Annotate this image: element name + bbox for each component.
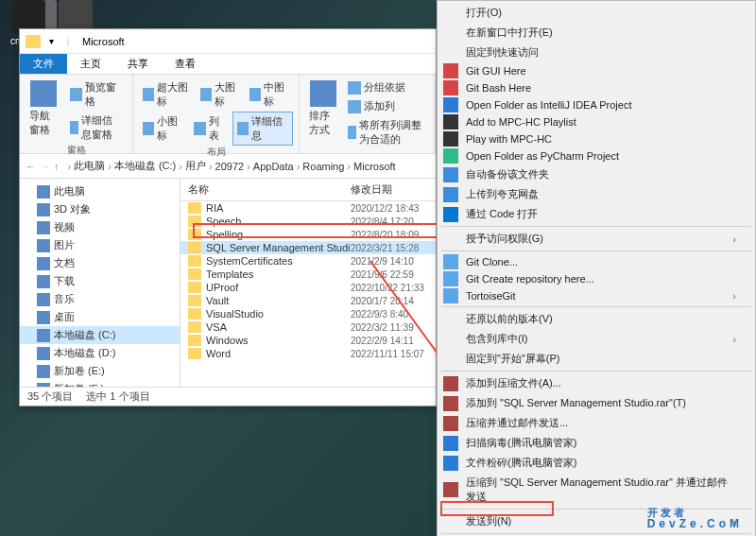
menu-item[interactable]: 添加到压缩文件(A)... [438, 373, 755, 393]
drive-icon [37, 257, 50, 270]
folder-icon [188, 255, 201, 267]
table-row[interactable]: Windows2022/2/9 14:11 [180, 334, 436, 347]
sidebar-item[interactable]: 本地磁盘 (D:) [20, 344, 180, 362]
menu-item[interactable]: Add to MPC-HC Playlist [438, 113, 755, 130]
groupby-button[interactable]: 分组依据 [344, 78, 429, 96]
menu-item[interactable]: Git GUI Here [438, 62, 755, 79]
tab-home[interactable]: 主页 [67, 54, 114, 74]
menu-item[interactable]: 上传到夸克网盘 [438, 184, 755, 204]
small-icons-button[interactable]: 小图标 [139, 112, 188, 146]
explorer-window: ▾ | Microsoft 文件 主页 共享 查看 导航窗格 预览窗格 详细信息… [19, 28, 437, 406]
sidebar-item[interactable]: 本地磁盘 (C:) [20, 326, 180, 344]
sidebar-item[interactable]: 下载 [20, 272, 180, 290]
drive-icon [37, 239, 50, 252]
xlarge-icons-button[interactable]: 超大图标 [139, 78, 195, 111]
menu-item[interactable]: 授予访问权限(G)› [438, 229, 755, 249]
folder-icon [188, 348, 201, 359]
menu-icon [443, 416, 458, 431]
menu-icon [443, 376, 458, 391]
table-row[interactable]: Word2022/11/11 15:07 [180, 347, 436, 360]
menu-item[interactable]: 固定到"开始"屏幕(P) [438, 349, 755, 369]
menu-item[interactable]: 包含到库中(I)› [438, 329, 755, 349]
table-row[interactable]: Vault2020/1/7 20:14 [180, 294, 436, 307]
folder-icon [188, 321, 201, 333]
menu-item[interactable]: Git Bash Here [438, 79, 755, 96]
menu-item[interactable]: Open Folder as IntelliJ IDEA Project [438, 96, 755, 113]
table-row[interactable]: Templates2021/9/6 22:59 [180, 268, 436, 281]
table-row[interactable]: VisualStudio2022/9/3 8:40 [180, 307, 436, 320]
sidebar-item[interactable]: 文档 [20, 254, 180, 272]
ribbon: 导航窗格 预览窗格 详细信息窗格 窗格 超大图标 大图标 中图标 小图标 列表 … [20, 75, 436, 154]
table-row[interactable]: RIA2020/12/2 18:43 [180, 201, 436, 215]
drive-icon [37, 203, 50, 216]
menu-item[interactable]: 自动备份该文件夹 [438, 164, 755, 184]
sidebar-item[interactable]: 3D 对象 [20, 200, 180, 218]
folder-icon [188, 268, 201, 280]
sidebar-item[interactable]: 图片 [20, 236, 180, 254]
sidebar-item[interactable]: 新加卷 (E:) [20, 362, 180, 380]
table-row[interactable]: VSA2022/3/2 11:39 [180, 320, 436, 334]
down-icon[interactable]: ▾ [44, 35, 58, 48]
tab-view[interactable]: 查看 [162, 54, 209, 74]
sidebar: 此电脑3D 对象视频图片文档下载音乐桌面本地磁盘 (C:)本地磁盘 (D:)新加… [20, 179, 180, 404]
item-count: 35 个项目 [27, 389, 73, 404]
table-row[interactable]: SystemCertificates2021/2/9 14:10 [180, 254, 436, 268]
sort-button[interactable]: 排序方式 [305, 78, 340, 148]
folder-icon [188, 295, 201, 306]
menu-item[interactable]: 通过 Code 打开 [438, 204, 755, 224]
menu-item[interactable]: 文件粉碎(腾讯电脑管家) [438, 453, 755, 473]
tab-file[interactable]: 文件 [20, 54, 67, 74]
menu-item[interactable]: 打开(O) [438, 3, 755, 23]
menu-item[interactable]: 固定到快速访问 [438, 43, 755, 62]
drive-icon [37, 311, 50, 324]
sidebar-item[interactable]: 此电脑 [20, 182, 180, 200]
large-icons-button[interactable]: 大图标 [197, 78, 244, 111]
folder-icon [188, 229, 201, 240]
nav-pane-button[interactable]: 导航窗格 [26, 78, 62, 144]
table-row[interactable]: SQL Server Management Studio2022/3/21 15… [180, 241, 436, 254]
menu-item[interactable]: 压缩并通过邮件发送... [438, 413, 755, 433]
drive-icon [37, 347, 50, 360]
details-button[interactable]: 详细信息 [232, 112, 293, 146]
drive-icon [37, 365, 50, 378]
folder-icon [188, 282, 201, 293]
table-row[interactable]: UProof2022/10/22 21:33 [180, 281, 436, 294]
menu-item[interactable]: 扫描病毒(腾讯电脑管家) [438, 433, 755, 453]
vbar-icon: | [61, 35, 75, 48]
folder-icon [188, 216, 201, 227]
up-icon[interactable]: ↑ [54, 161, 60, 172]
menu-item[interactable]: Git Clone... [438, 253, 755, 270]
selected-count: 选中 1 个项目 [86, 389, 149, 404]
preview-pane-button[interactable]: 预览窗格 [66, 78, 127, 111]
menu-item[interactable]: Open Folder as PyCharm Project [438, 147, 755, 164]
menu-item[interactable]: 在新窗口中打开(E) [438, 23, 755, 43]
list-header[interactable]: 名称 修改日期 [180, 179, 436, 201]
table-row[interactable]: Speech2022/8/4 17:20 [180, 215, 436, 228]
table-row[interactable]: Spelling2022/8/20 18:09 [180, 228, 436, 241]
menu-icon [443, 482, 458, 497]
sidebar-item[interactable]: 桌面 [20, 308, 180, 326]
menu-item[interactable]: 还原以前的版本(V) [438, 309, 755, 329]
menu-item[interactable]: 压缩到 "SQL Server Management Studio.rar" 并… [438, 473, 755, 507]
menu-icon [443, 167, 458, 182]
addcol-button[interactable]: 添加列 [344, 97, 429, 115]
med-icons-button[interactable]: 中图标 [246, 78, 293, 111]
fitcol-button[interactable]: 将所有列调整为合适的 [344, 116, 429, 148]
menu-item[interactable]: 添加到 "SQL Server Management Studio.rar"(T… [438, 393, 755, 413]
menu-item[interactable]: TortoiseGit› [438, 287, 755, 304]
drive-icon [37, 221, 50, 234]
watermark: 开发者 DevZe.CoM [647, 506, 743, 530]
sidebar-item[interactable]: 视频 [20, 218, 180, 236]
sidebar-item[interactable]: 音乐 [20, 290, 180, 308]
tab-share[interactable]: 共享 [114, 54, 162, 74]
fwd-icon[interactable]: → [40, 161, 50, 172]
list-button[interactable]: 列表 [190, 112, 231, 146]
back-icon[interactable]: ← [26, 161, 36, 172]
menu-item[interactable]: Git Create repository here... [438, 270, 755, 287]
details-pane-button[interactable]: 详细信息窗格 [66, 112, 127, 144]
folder-icon [188, 242, 201, 253]
menu-icon [443, 63, 458, 78]
menu-icon [443, 456, 458, 471]
drive-icon [37, 185, 50, 199]
menu-item[interactable]: Play with MPC-HC [438, 130, 755, 147]
